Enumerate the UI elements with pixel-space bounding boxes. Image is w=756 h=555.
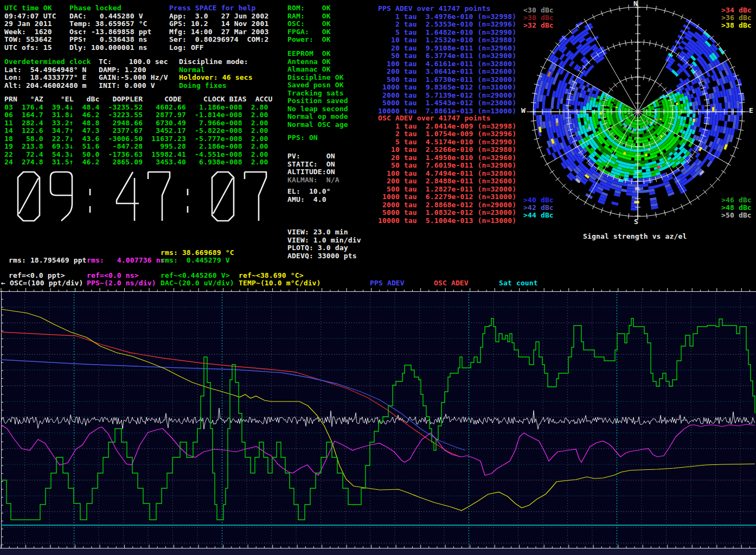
legend-pps-adev: PPS ADEV [370, 279, 405, 288]
sat-table-line-6: 19 213.8 69.3↓ 51.6 -847.28 995.28 2.186… [4, 143, 268, 151]
pps-adev-table-line-11: 2000 tau 5.7139e-012 (n=29000) [378, 92, 516, 100]
view-line-0: VIEW: 23.0 min [287, 228, 348, 237]
scale-osc: ← OSC=(100 ppt/div) [1, 279, 84, 288]
sat-table-line-2: 06 164.7 31.8↓ 46.2 -3223.55 2877.97 -1.… [4, 111, 268, 119]
pps-adev-table-line-2: 2 tau 2.5353e-010 (n=32996) [378, 21, 516, 29]
pps-adev-table-line-6: 50 tau 6.3774e-011 (n=32900) [378, 52, 516, 60]
mask-line-1: AMU: 4.0 [287, 196, 326, 204]
polar-grid [527, 0, 749, 220]
utc-block-line-0: UTC time OK [4, 4, 52, 12]
filters-line-3: KALMAN: N/A [287, 176, 339, 184]
history-strip-chart [0, 288, 756, 555]
osc-adev-table-line-6: 50 tau 7.6019e-011 (n=32900) [378, 162, 516, 170]
osc-adev-table-line-5: 20 tau 1.4950e-010 (n=32960) [378, 154, 516, 162]
health2-line-2: Almanac OK [287, 66, 331, 74]
pps-adev-table-line-5: 20 tau 9.9108e-011 (n=32960) [378, 44, 516, 53]
health1-line-3: FPGA: OK [287, 28, 331, 36]
scale-dac: DAC~(20.0 uV/div) [161, 279, 234, 288]
pps-adev-table-line-3: 5 tau 1.6482e-010 (n=32990) [378, 29, 516, 37]
pps-adev-table-line-1: 1 tau 3.4976e-010 (n=32998) [378, 13, 516, 21]
discipline-block-line-0: Discipline mode: [179, 58, 248, 66]
pps-adev-table-line-9: 500 tau 1.6730e-011 (n=32000) [378, 76, 516, 84]
pps-adev-table-line-12: 5000 tau 1.4543e-012 (n=23000) [378, 99, 516, 107]
scale-temp: TEMP~(10.0 m°C/div) [239, 279, 321, 288]
big-digital-clock [14, 168, 274, 225]
health2-line-4: Saved posn OK [287, 81, 344, 90]
health2-line-7: No leap second [287, 105, 348, 113]
phase-block-line-4: PPS↑ 0.536438 ns [69, 36, 148, 44]
loop-block-line-3: INIT: 0.000 V [99, 82, 155, 90]
utc-block-line-3: Week: 1620 [4, 28, 52, 36]
sat-table-line-7: 22 72.4 54.3↓ 50.0 -1736.63 15982.41 -4.… [4, 151, 268, 159]
satellite-signal-polar-plot [521, 0, 756, 228]
osc-adev-table-line-13: 10000 tau 5.1004e-013 (n=13000) [378, 217, 516, 225]
discipline-block-line-1: Normal [179, 66, 205, 74]
filters-line-1: STATIC: ON [287, 161, 335, 169]
health2-line-3: Discipline OK [287, 74, 344, 82]
loop-block-line-2: GAIN:-5.000 Hz/V [99, 74, 168, 82]
filters-line-2: ALTITUDE:ON [287, 168, 335, 176]
health2-line-1: Antenna OK [287, 58, 331, 66]
discipline-block-line-3: Doing fixes [179, 82, 227, 90]
help-block-line-5: Log: OFF [169, 44, 204, 52]
rms-dac: rms: 0.445279 V [161, 257, 230, 265]
health1-line-4: Power: OK [287, 36, 331, 44]
position-block-line-1: Lat: 54.4964948° N [4, 66, 87, 74]
clock-digit-9 [50, 172, 72, 221]
discipline-block-line-2: Holdover: 46 secs [179, 74, 253, 82]
osc-adev-table-line-12: 5000 tau 1.0832e-012 (n=23000) [378, 209, 516, 217]
utc-block-line-2: 29 Jan 2011 [4, 20, 52, 28]
health1-line-2: OSC: OK [287, 20, 331, 28]
sat-table-line-3: 11 282.4 33.2↑ 48.8 2948.66 6730.49 7.96… [4, 119, 268, 127]
help-block-line-4: Ser: 0.80296974 COM:2 [169, 36, 268, 44]
position-block-line-2: Lon: 18.4333777° E [4, 74, 87, 82]
clock-digit-7 [148, 172, 170, 221]
help-block-line-1: App: 3.0 27 Jun 2002 [169, 12, 268, 21]
clock-digit-0 [212, 172, 234, 221]
osc-adev-table-line-4: 10 tau 2.5266e-010 (n=32980) [378, 146, 516, 154]
sat-table-line-0: PRN °AZ °EL dBc DOPPLER CODE CLOCK BIAS … [4, 95, 273, 104]
polar-signal-data [533, 19, 745, 210]
health2-line-5: Tracking sats [287, 90, 344, 98]
health2-line-8: Normal op mode [287, 113, 348, 121]
osc-adev-table-line-9: 500 tau 1.2827e-011 (n=32000) [378, 186, 516, 194]
lady-heather-screen: UTC time OK09:47:07 UTC29 Jan 2011Week: … [0, 0, 756, 555]
osc-adev-table-line-0: OSC ADEV over 41747 points [378, 114, 490, 123]
phase-block-line-1: DAC: 0.445280 V [69, 12, 143, 21]
pps-adev-table-line-4: 10 tau 1.2532e-010 (n=32980) [378, 36, 516, 44]
legend-sat-count: Sat count [499, 279, 538, 288]
loop-block-line-1: DAMP: 1.200 [99, 66, 146, 74]
pps-adev-table-line-10: 1000 tau 9.8365e-012 (n=31000) [378, 84, 516, 92]
phase-block-line-2: Temp: 38.659657 °C [69, 20, 148, 28]
utc-block-line-5: UTC ofs: 15 [4, 44, 52, 52]
scale-pps: PPS~(2.0 ns/div) [87, 279, 156, 288]
help-block-line-0: Press SPACE for help [169, 4, 256, 12]
pps-adev-table-line-7: 100 tau 4.6161e-011 (n=32800) [378, 60, 516, 68]
phase-block-line-3: Osc↑ -13.869858 ppt [69, 28, 152, 36]
osc-adev-table-line-1: 1 tau 2.0414e-009 (n=32998) [378, 123, 516, 131]
clock-digit-0 [18, 172, 40, 221]
rms-osc: rms: 18.795469 ppt [9, 257, 87, 265]
osc-adev-table-line-2: 2 tau 1.0754e-009 (n=32996) [378, 130, 516, 138]
clock-digit-4 [117, 172, 139, 221]
help-block-line-3: Mfg: 14:00 27 Mar 2003 [169, 28, 268, 36]
position-block-line-0: Overdetermined clock [4, 58, 91, 66]
health2-line-6: Position saved [287, 97, 348, 105]
view-line-1: VIEW: 1.0 min/div [287, 237, 361, 245]
health2-line-9: Normal OSC age [287, 121, 348, 129]
help-block-line-2: GPS: 10.2 14 Nov 2001 [169, 20, 268, 28]
health1-line-0: ROM: OK [287, 4, 331, 12]
sat-table-line-8: 24 274.8 31.5↑ 46.2 2865.09 3453.40 6.93… [4, 158, 268, 167]
pps-state-line-0: PPS: ON [287, 134, 318, 142]
mask-line-0: EL: 10.0° [287, 188, 331, 196]
pps-adev-table-line-0: PPS ADEV over 41747 points [378, 5, 490, 13]
pps-adev-table-line-8: 200 tau 3.0641e-011 (n=32600) [378, 68, 516, 76]
position-block-line-3: Alt: 204.46002480 m [4, 82, 87, 90]
osc-adev-table-line-11: 2000 tau 2.8868e-012 (n=29000) [378, 201, 516, 209]
filters-line-0: PV: ON [287, 152, 335, 161]
sat-table-line-5: 18 58.0 22.7↓ 43.6 -3006.50 11637.23 -5.… [4, 135, 268, 143]
osc-adev-table-line-10: 1000 tau 6.2279e-012 (n=31000) [378, 193, 516, 201]
osc-adev-table-line-3: 5 tau 4.5174e-010 (n=32990) [378, 138, 516, 146]
loop-block-line-0: TC: 100.0 sec [99, 58, 168, 66]
sat-table-line-4: 14 122.6 34.7↑ 47.3 2377.67 3452.17 -5.8… [4, 127, 268, 135]
